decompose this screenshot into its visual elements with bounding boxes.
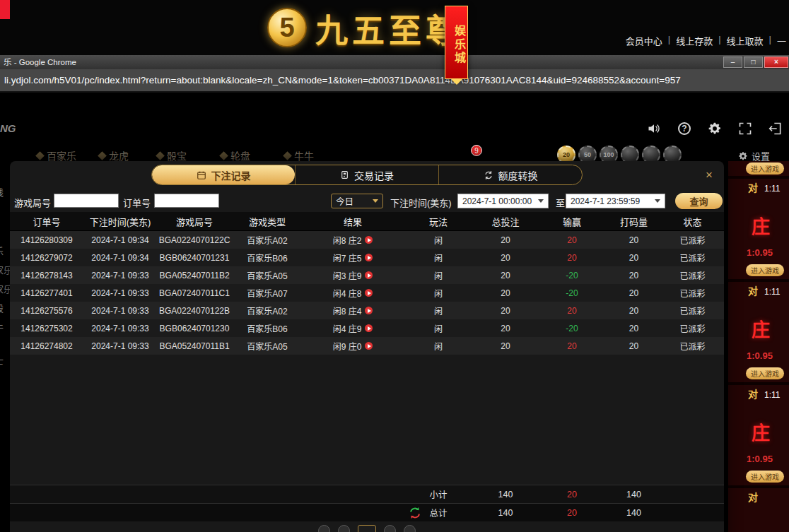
subtotal-bet: 140 xyxy=(474,485,537,503)
pagination xyxy=(10,521,724,532)
to-label: 至 xyxy=(556,196,565,209)
nav-clipped-link[interactable]: 一 xyxy=(777,34,786,47)
date-from-select[interactable]: 2024-7-1 00:00:00 xyxy=(457,194,549,208)
cell-round-id: BGA052407011B1 xyxy=(157,337,232,355)
browser-url-bar[interactable]: li.ydjol.com/h5V01/pc/index.html?return=… xyxy=(0,69,789,93)
last-page-button[interactable] xyxy=(404,525,416,532)
card-divider xyxy=(728,485,789,488)
replay-icon[interactable] xyxy=(365,236,373,244)
cell-result: 闲4 庄9 xyxy=(303,319,403,337)
table-row: 14126275576 2024-7-1 09:33 BGA0224070122… xyxy=(10,302,724,319)
category-roulette[interactable]: 轮盘 xyxy=(221,148,250,162)
close-window-button[interactable]: × xyxy=(764,57,788,68)
cell-status: 已派彩 xyxy=(661,231,724,249)
banker-label: 庄 xyxy=(752,418,770,444)
category-icon xyxy=(156,151,165,160)
pair-label: 对 xyxy=(748,386,758,401)
logo-coin-icon: 5 xyxy=(267,8,307,47)
nav-online-deposit[interactable]: 线上存款 xyxy=(676,34,713,47)
cell-status: 已派彩 xyxy=(661,284,724,302)
cell-bet-time: 2024-7-1 09:33 xyxy=(83,337,157,355)
cell-order-number: 14126278143 xyxy=(10,266,83,284)
cell-win-loss: 20 xyxy=(537,231,607,249)
table-card-header: 对 1:11 xyxy=(748,386,780,401)
query-button[interactable]: 查询 xyxy=(675,193,723,209)
replay-icon[interactable] xyxy=(365,254,373,261)
lobby-table-column: 进入游戏 对 1:11 庄 1:0.95 进入游戏 对 1:11 庄 1:0.9… xyxy=(728,161,789,532)
browser-titlebar[interactable]: 乐 - Google Chrome – □ × xyxy=(0,55,789,69)
header-status: 状态 xyxy=(661,212,724,230)
banker-label: 庄 xyxy=(752,212,770,238)
left-menu-fragment: 骰 xyxy=(0,301,4,314)
cell-status: 已派彩 xyxy=(661,337,724,355)
exit-icon[interactable] xyxy=(768,121,783,136)
category-dragon-tiger[interactable]: 龙虎 xyxy=(99,148,129,162)
sound-icon[interactable] xyxy=(646,121,662,136)
next-page-button[interactable] xyxy=(384,525,396,532)
total-bet: 140 xyxy=(474,504,537,521)
cell-turnover: 20 xyxy=(607,319,661,337)
maximize-button[interactable]: □ xyxy=(744,57,763,68)
cell-win-loss: 20 xyxy=(537,302,607,319)
prev-page-button[interactable] xyxy=(338,525,350,532)
replay-icon[interactable] xyxy=(365,289,373,297)
tab-credit-transfer[interactable]: 额度转换 xyxy=(438,165,582,184)
header-order: 订单号 xyxy=(10,212,83,230)
enter-game-button[interactable]: 进入游戏 xyxy=(746,367,784,379)
round-id-input[interactable] xyxy=(54,194,119,208)
cell-turnover: 20 xyxy=(607,231,661,249)
enter-game-button[interactable]: 进入游戏 xyxy=(746,471,784,483)
cell-win-loss: -20 xyxy=(537,319,607,337)
countdown-timer: 1:11 xyxy=(764,184,780,194)
nav-online-withdraw[interactable]: 线上取款 xyxy=(727,34,764,47)
cell-status: 已派彩 xyxy=(661,319,724,337)
cell-bet-time: 2024-7-1 09:33 xyxy=(83,302,157,319)
left-menu-fragment: 乐 xyxy=(0,244,4,257)
cell-result: 闲4 庄8 xyxy=(303,284,403,302)
tab-bet-records[interactable]: 下注记录 xyxy=(152,165,295,184)
total-turnover: 140 xyxy=(607,504,661,521)
nav-separator: | xyxy=(769,34,771,47)
nav-member-center[interactable]: 会员中心 xyxy=(626,34,662,47)
replay-icon[interactable] xyxy=(365,324,373,332)
cell-order-number: 14126279072 xyxy=(10,249,83,266)
table-row: 14126279072 2024-7-1 09:34 BGB0624070123… xyxy=(10,249,724,266)
category-baccarat[interactable]: 百家乐 xyxy=(37,148,76,162)
cell-round-id: BGB06240701231 xyxy=(157,249,232,266)
subtotal-winloss: 20 xyxy=(537,485,607,503)
category-niuniu[interactable]: 牛牛 xyxy=(284,148,314,162)
cell-game-type: 百家乐A05 xyxy=(232,337,303,355)
date-range-select[interactable]: 今日 xyxy=(331,194,383,208)
replay-icon[interactable] xyxy=(365,271,373,279)
table-row: 14126275302 2024-7-1 09:33 BGB0624070123… xyxy=(10,319,724,337)
help-icon[interactable]: ? xyxy=(677,121,692,136)
cell-win-loss: 20 xyxy=(537,249,607,266)
enter-game-button[interactable]: 进入游戏 xyxy=(746,162,784,175)
total-winloss: 20 xyxy=(537,504,607,521)
cell-result: 闲9 庄0 xyxy=(303,337,403,355)
chevron-down-icon xyxy=(538,199,544,203)
order-id-input[interactable] xyxy=(154,194,219,208)
header-play: 玩法 xyxy=(403,212,474,230)
current-page-box[interactable] xyxy=(358,525,376,532)
notification-badge: 9 xyxy=(471,145,482,156)
cell-round-id: BGA0224070122B xyxy=(157,302,232,319)
minimize-button[interactable]: – xyxy=(723,57,742,68)
replay-icon[interactable] xyxy=(365,307,373,314)
table-row: 14126274802 2024-7-1 09:33 BGA052407011B… xyxy=(10,337,724,355)
replay-icon[interactable] xyxy=(365,342,373,350)
tab-transaction-records[interactable]: 交易记录 xyxy=(295,165,438,184)
enter-game-button[interactable]: 进入游戏 xyxy=(746,264,784,276)
close-icon[interactable]: × xyxy=(706,169,713,181)
cell-round-id: BGA072407011C1 xyxy=(157,284,232,302)
settings-gear-icon[interactable] xyxy=(707,121,723,136)
fullscreen-icon[interactable] xyxy=(737,121,753,136)
cell-game-type: 百家乐A05 xyxy=(232,266,303,284)
table-header-row: 订单号 下注时间(美东) 游戏局号 游戏类型 结果 玩法 总投注 输赢 打码量 … xyxy=(10,212,724,231)
table-row: 14126277401 2024-7-1 09:33 BGA072407011C… xyxy=(10,284,724,302)
first-page-button[interactable] xyxy=(318,525,330,532)
cell-bet-time: 2024-7-1 09:33 xyxy=(83,284,157,302)
date-to-select[interactable]: 2024-7-1 23:59:59 xyxy=(566,194,665,208)
category-sicbo[interactable]: 骰宝 xyxy=(157,148,187,162)
refresh-icon[interactable] xyxy=(409,507,421,521)
